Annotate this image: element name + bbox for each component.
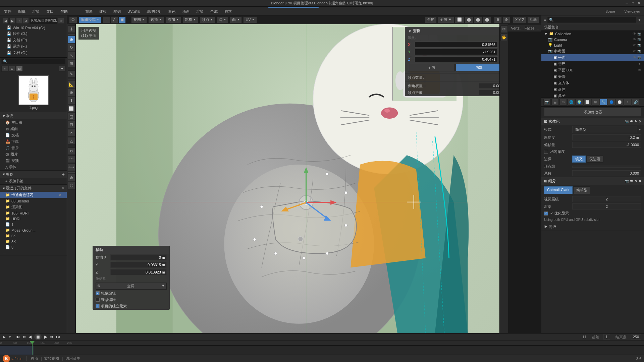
list-view-button[interactable]: ≡	[1, 66, 8, 72]
volume-software[interactable]: 💾 软件 (D:)	[1, 31, 65, 37]
toolbar-cursor-tool[interactable]: ✛	[68, 25, 75, 33]
props-tab-render[interactable]: 📷	[543, 99, 551, 106]
recent-item-3[interactable]: 📁 105_HDRI	[0, 210, 67, 216]
outliner-item-body[interactable]: ▣ 身体	[541, 86, 644, 93]
global-button[interactable]: 全局	[408, 64, 455, 71]
toolbar-shrink-fatten-tool[interactable]: ⊕	[68, 174, 75, 181]
recent-item-7[interactable]: 📁 6K	[0, 233, 67, 239]
outliner-item-camera[interactable]: 📷 Camera 👁 📷	[541, 37, 644, 42]
vertex-crease-value[interactable]: 0.00	[479, 90, 502, 95]
system-videos[interactable]: 🎬 视频	[0, 158, 67, 164]
props-tab-physics[interactable]: ↕	[624, 99, 631, 106]
subdiv-header[interactable]: ⊞ 细分 📷 👁 ✎ ✕	[541, 177, 644, 185]
path-bar[interactable]: F:\0.项目管理\83.Blender\卡通参考图\	[30, 17, 57, 24]
toolbar-smooth-tool[interactable]: 〰	[68, 156, 75, 163]
toolbar-edge-slide-tool[interactable]: ⟺	[68, 164, 75, 171]
outliner-search-input[interactable]	[547, 17, 636, 23]
recent-item-0[interactable]: 📁 卡通角色练习 ✕	[0, 192, 67, 198]
uniform-checkbox[interactable]	[544, 150, 548, 154]
move-z-value[interactable]: 0.013923 m	[110, 269, 167, 275]
play-reverse-button[interactable]: ◀	[29, 335, 32, 339]
end-frame-input[interactable]: 250	[631, 334, 641, 340]
toolbar-bevel-tool[interactable]: ◱	[68, 113, 75, 120]
nav-refresh-button[interactable]: ↺	[23, 18, 29, 24]
menu-window[interactable]: 窗口	[45, 8, 55, 15]
optimize-display-row[interactable]: ✓ ✓ 优化显示	[541, 210, 644, 217]
solidify-vgroup-value[interactable]	[572, 166, 641, 168]
volume-win10[interactable]: 💾 Win 10 Pro x64 (C:)	[1, 25, 65, 31]
menu-render[interactable]: 渲染	[31, 8, 41, 15]
move-x-value[interactable]: 0 m	[110, 254, 167, 260]
wireframe-mode[interactable]: ⬜	[455, 16, 464, 23]
props-tab-mesh[interactable]: ⊞	[592, 99, 599, 106]
edit-mode-button[interactable]: 编辑模式 ▼	[78, 16, 102, 23]
preview-value[interactable]: 2	[572, 196, 641, 202]
close-recent-icon[interactable]: ✕	[62, 186, 65, 190]
step-back-button[interactable]: ⬅	[22, 335, 26, 339]
simple-button[interactable]: 简单型	[573, 186, 590, 194]
nav-forward-button[interactable]: ▶	[9, 18, 15, 24]
toolbar-scale-tool[interactable]: ⤡	[68, 52, 75, 59]
props-tab-object[interactable]: ⬜	[584, 99, 591, 106]
advanced-section[interactable]: ▶ 高级	[541, 223, 644, 231]
hide-icon[interactable]: 👁	[633, 49, 636, 53]
props-tab-output[interactable]: 🖨	[551, 99, 559, 106]
recent-item-8[interactable]: 📁 3K	[0, 239, 67, 244]
outliner-item-snowbar[interactable]: ▣ 雪巴 👁	[541, 61, 644, 67]
workspace-uv[interactable]: UV编辑	[126, 8, 141, 15]
props-tab-constraints[interactable]: 🔗	[632, 99, 639, 106]
recent-item-1[interactable]: 📁 83.Blender	[0, 198, 67, 204]
face-menu[interactable]: 面 ▼	[230, 16, 242, 23]
view-menu[interactable]: 视图 ▼	[131, 16, 147, 23]
select-menu[interactable]: 选择 ▼	[148, 16, 164, 23]
recent-item-6[interactable]: 📁 Moss_Groun...	[0, 227, 67, 233]
proportional-edit-button[interactable]: ⊙	[502, 16, 510, 23]
xray-toggle[interactable]: 全局 ▼	[437, 16, 454, 23]
outliner-item-skull[interactable]: ▣ 头骨	[541, 73, 644, 80]
system-music[interactable]: 🎵 音乐	[0, 145, 67, 151]
window-controls[interactable]: ─ □ ✕	[625, 1, 641, 6]
system-home[interactable]: 🏠 主目录	[0, 119, 67, 126]
workspace-scripting[interactable]: 脚本	[223, 8, 233, 15]
close-button[interactable]: ✕	[637, 1, 641, 6]
toolbar-loop-cut-tool[interactable]: ⊟	[68, 121, 75, 128]
render-icon[interactable]: 📷	[637, 43, 641, 47]
solidify-header[interactable]: ⊡ 实体化 📷 👁 ✎ ✕	[541, 118, 644, 125]
proportional-edit-checkbox[interactable]: 衰减编辑	[93, 297, 169, 303]
toolbar-add-tool[interactable]: ⊕	[68, 89, 75, 96]
timeline-body[interactable]: 0 50 100 150 200 250	[0, 341, 644, 355]
hide-icon[interactable]: 👁	[633, 38, 636, 41]
minimize-button[interactable]: ─	[625, 1, 629, 6]
toolbar-extrude-tool[interactable]: ⬆	[68, 97, 75, 104]
recent-item-4[interactable]: 📁 HDRI	[0, 216, 67, 222]
system-fonts[interactable]: A 学体	[0, 164, 67, 170]
render-value[interactable]: 2	[572, 203, 641, 209]
timeline-menu[interactable]: ▼	[8, 335, 12, 339]
add-modifier-button[interactable]: 添加修改器	[544, 108, 641, 116]
props-tab-view-layer[interactable]: 🗂	[559, 99, 567, 106]
toolbar-knife-tool[interactable]: ✂	[68, 129, 75, 136]
outliner-item-plane[interactable]: ▣ 平面 👁 📷	[541, 54, 644, 61]
step-forward-button[interactable]: ➡	[50, 335, 53, 339]
hide-icon[interactable]: 👁	[633, 56, 636, 59]
grid-view-button[interactable]: ⊟	[16, 66, 23, 72]
nav-up-button[interactable]: ↑	[16, 18, 22, 24]
outliner-item-collection[interactable]: ▼ 📁 Collection 👁 📷	[541, 31, 644, 37]
edge-select-mode[interactable]: ╱	[111, 16, 118, 23]
outliner-item-cube[interactable]: ▣ 立方体	[541, 80, 644, 86]
bookmarks-header[interactable]: ▼ 书签 +	[0, 171, 67, 178]
render-icon[interactable]: 📷	[637, 49, 641, 53]
menu-help[interactable]: 帮助	[59, 8, 69, 15]
render-icon[interactable]: 📷	[637, 56, 641, 59]
toolbar-shear-tool[interactable]: ⬡	[68, 182, 75, 189]
material-preview-mode[interactable]: ⬤	[474, 16, 482, 23]
mesh-menu[interactable]: 网格 ▼	[182, 16, 198, 23]
mirror-edit-checkbox[interactable]: ✓ 镜像编辑	[93, 290, 169, 297]
bevel-weight-value[interactable]: 0.00	[479, 83, 502, 88]
toolbar-measure-tool[interactable]: 📐	[68, 81, 75, 88]
system-downloads[interactable]: 📥 下载	[0, 138, 67, 145]
mode-dropdown-icon[interactable]: ▼	[638, 128, 641, 131]
nav-bookmark-button[interactable]: ☆	[58, 18, 64, 24]
system-pictures[interactable]: 🖼 图片	[0, 151, 67, 158]
workspace-compositing[interactable]: 合成	[209, 8, 219, 15]
